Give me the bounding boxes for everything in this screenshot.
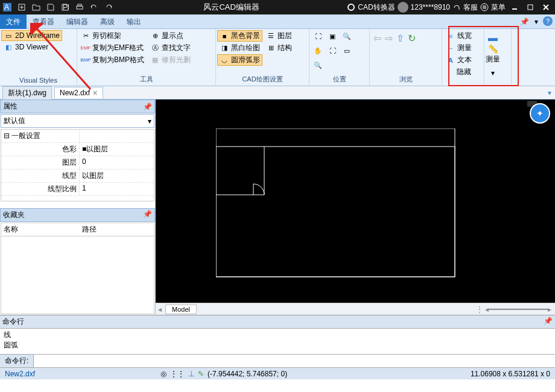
bw-icon: ◨: [220, 43, 229, 53]
layer-button[interactable]: ☰图层: [264, 30, 294, 42]
svg-text:PDF: PDF: [63, 4, 69, 11]
menu-advanced[interactable]: 高级: [94, 14, 121, 29]
converter-label[interactable]: CAD转换器: [358, 2, 395, 13]
prop-row[interactable]: 线型比例1: [1, 183, 154, 196]
group-label: CAD绘图设置: [217, 74, 308, 84]
trim-raster-button[interactable]: ▦修剪光删: [148, 54, 193, 66]
group-label: 工具: [78, 74, 214, 84]
nav-left-icon[interactable]: ⇦: [373, 33, 381, 44]
undo-icon[interactable]: [87, 0, 101, 14]
nav-up-icon[interactable]: ⇧: [396, 33, 404, 44]
close-tab-icon[interactable]: ✕: [92, 89, 98, 97]
support-label[interactable]: 客服: [463, 2, 478, 13]
save-pdf-icon[interactable]: PDF: [58, 0, 72, 14]
maximize-button[interactable]: [524, 1, 537, 13]
copy-bmp-button[interactable]: BMP复制为BMP格式: [78, 54, 147, 66]
ortho-icon[interactable]: ⊥: [188, 370, 194, 378]
left-panel: 属性📌 默认值▾ ⊟ 一般设置 色彩■以图层 图层0 线型以图层 线型比例1 收…: [0, 100, 156, 315]
smooth-arc-button[interactable]: ◡圆滑弧形: [217, 54, 262, 66]
headset-icon[interactable]: [452, 3, 461, 11]
prop-row[interactable]: 图层0: [1, 156, 154, 169]
refresh-icon[interactable]: ↻: [408, 33, 416, 44]
zoom-window-icon[interactable]: ▣: [326, 31, 338, 41]
bw-draw-button[interactable]: ◨ 黑白绘图: [217, 42, 262, 54]
default-combo[interactable]: 默认值▾: [1, 114, 154, 128]
target-icon: ⊕: [150, 31, 160, 41]
menu-file[interactable]: 文件: [0, 14, 27, 29]
find-text-button[interactable]: Ⓐ查找文字: [148, 42, 193, 54]
pin-icon[interactable]: 📌: [544, 317, 553, 327]
status-right-coords: 11.06908 x 6.531281 x 0: [466, 370, 555, 378]
col-path: 路径: [82, 224, 97, 235]
redo-icon[interactable]: [101, 0, 116, 14]
status-coords: (-7.954442; 5.746857; 0): [208, 370, 287, 378]
prop-section[interactable]: ⊟ 一般设置: [1, 130, 80, 142]
file-tabs: 新块(1).dwg New2.dxf✕ ▾: [0, 86, 555, 100]
zoom-fit-icon[interactable]: ⛶: [312, 31, 324, 41]
model-tab[interactable]: Model: [165, 305, 197, 314]
menu-viewer[interactable]: 查看器: [27, 14, 60, 29]
zoom-in-icon[interactable]: 🔍: [341, 31, 353, 41]
chevron-down-icon[interactable]: ▾: [531, 16, 542, 27]
command-history[interactable]: 线 圆弧: [0, 329, 555, 354]
print-icon[interactable]: [72, 0, 87, 14]
struct-button[interactable]: ⊞结构: [264, 42, 294, 54]
drawing-canvas[interactable]: ✦: [156, 100, 555, 303]
new-icon[interactable]: [14, 0, 29, 14]
file-tab-active[interactable]: New2.dxf✕: [54, 87, 103, 98]
zoom-extents-icon[interactable]: ⛶: [326, 46, 338, 55]
show-point-button[interactable]: ⊕显示点: [148, 30, 193, 42]
cut-frame-button[interactable]: ✂剪切框架: [78, 30, 147, 42]
3d-viewer-button[interactable]: ◧3D Viewer: [1, 42, 62, 52]
cad-drawing: [216, 128, 457, 279]
pin-icon[interactable]: 📌: [519, 16, 530, 27]
group-label: 浏览: [371, 74, 440, 84]
favorites-header: 收藏夹📌: [0, 208, 155, 222]
tabs-dropdown-icon[interactable]: ▾: [548, 89, 555, 97]
menu-output[interactable]: 输出: [121, 14, 147, 29]
polar-icon[interactable]: ✎: [198, 370, 204, 378]
ribbon: ▭2D Wireframe ◧3D Viewer Visual Styles ✂…: [0, 29, 555, 86]
help-icon[interactable]: ?: [543, 16, 553, 26]
emf-icon: EMF: [81, 43, 90, 53]
bmp-icon: BMP: [81, 55, 90, 65]
menu-label[interactable]: 菜单: [491, 2, 506, 13]
status-filename: New2.dxf: [0, 370, 40, 378]
scissors-icon: ✂: [81, 31, 90, 41]
black-bg-button[interactable]: ■黑色背景: [217, 30, 262, 42]
svg-rect-19: [216, 147, 455, 277]
nav-prev-icon[interactable]: ◂: [158, 305, 162, 314]
pin-icon[interactable]: 📌: [143, 210, 152, 220]
2d-wireframe-button[interactable]: ▭2D Wireframe: [1, 30, 62, 41]
sync-icon[interactable]: [347, 3, 355, 11]
zoom-region-icon[interactable]: ▭: [341, 46, 353, 55]
grid-icon[interactable]: ⋮⋮: [170, 370, 185, 378]
file-tab[interactable]: 新块(1).dwg: [2, 86, 52, 100]
prop-row[interactable]: 线型以图层: [1, 169, 154, 183]
svg-rect-6: [77, 6, 83, 9]
pin-icon[interactable]: 📌: [143, 103, 152, 111]
minimize-button[interactable]: [508, 1, 521, 13]
command-input[interactable]: [34, 355, 555, 367]
open-icon[interactable]: [29, 0, 43, 14]
compass-icon[interactable]: ✦: [530, 103, 550, 124]
snap-icon[interactable]: ◎: [160, 370, 166, 378]
prop-row[interactable]: 色彩■以图层: [1, 143, 154, 156]
layer-icon: ☰: [266, 31, 276, 41]
save-icon[interactable]: [43, 0, 58, 14]
scroll-thumb[interactable]: ⋮ ◂━━━━━━━━━━━━━━▸: [476, 305, 555, 314]
cube-icon: ◧: [4, 42, 13, 52]
svg-rect-7: [78, 4, 81, 6]
zoom-out-icon[interactable]: 🔍: [312, 61, 324, 71]
nav-right-icon[interactable]: ⇨: [385, 33, 393, 44]
svg-point-8: [348, 4, 354, 10]
menu-editor[interactable]: 编辑器: [60, 14, 94, 29]
close-button[interactable]: [539, 1, 553, 13]
pan-icon[interactable]: ✋: [312, 46, 324, 55]
wireframe-icon: ▭: [4, 31, 13, 40]
app-icon[interactable]: A: [0, 0, 14, 14]
layout-tabs: ◂ Model ⋮ ◂━━━━━━━━━━━━━━▸: [156, 303, 555, 315]
menu-icon[interactable]: [480, 3, 489, 11]
avatar-icon[interactable]: [398, 2, 408, 13]
copy-emf-button[interactable]: EMF复制为EMF格式: [78, 42, 147, 54]
